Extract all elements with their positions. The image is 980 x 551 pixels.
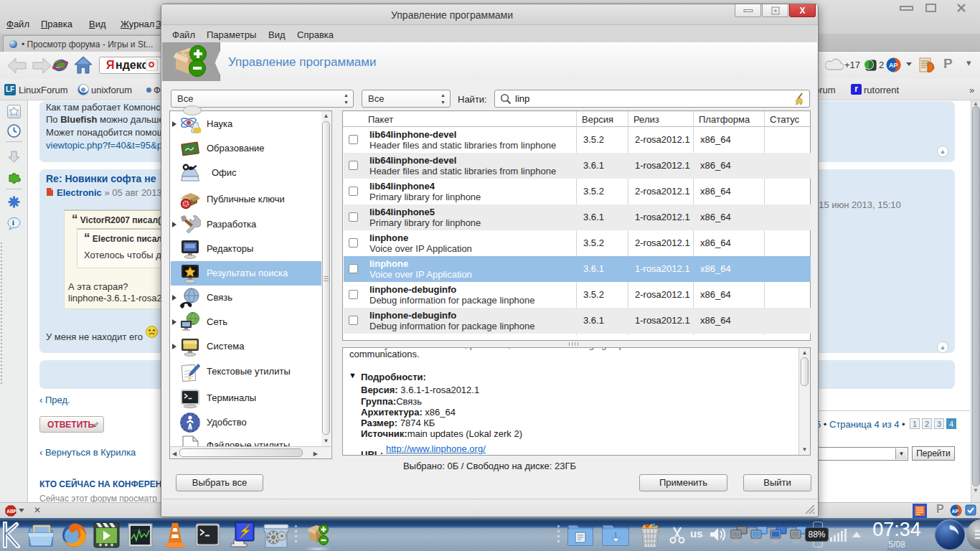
svg-text:AP: AP <box>889 62 898 69</box>
svg-text:AP: AP <box>952 509 959 514</box>
svg-text:i: i <box>12 219 14 227</box>
svg-text:ABP: ABP <box>6 509 17 514</box>
